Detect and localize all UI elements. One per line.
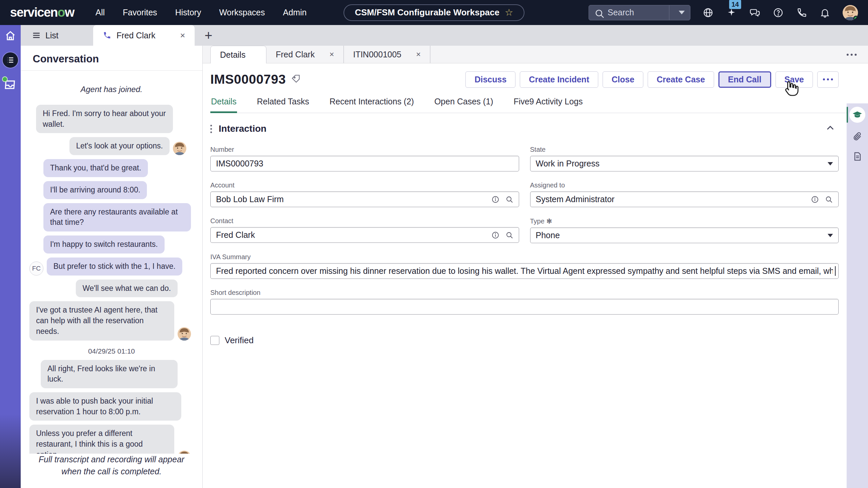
chat-bubble: I've got a trustee AI agent here, that c…: [29, 301, 174, 340]
state-label: State: [530, 146, 839, 154]
phone-icon[interactable]: [796, 7, 807, 18]
inbox-icon[interactable]: [4, 78, 17, 92]
iva-summary-input[interactable]: Fred reported concern over missing his d…: [210, 263, 839, 279]
interaction-form: Number IMS0000793 State Work in Progress…: [210, 146, 839, 315]
nav-item-all[interactable]: All: [95, 8, 105, 18]
tab-fred-clark[interactable]: Fred Clark ×: [93, 25, 195, 46]
short-description-input[interactable]: [210, 299, 839, 315]
short-description-text[interactable]: [216, 299, 833, 314]
create-incident-button[interactable]: Create Incident: [520, 71, 598, 88]
account-input[interactable]: Bob Lob Law Firm: [210, 192, 519, 207]
favorite-star-icon[interactable]: ☆: [505, 7, 513, 18]
document-tab-itin0001005[interactable]: ITIN0001005×: [344, 46, 431, 63]
search-placeholder: Search: [608, 8, 634, 18]
chat-bubble: I was able to push back your initial res…: [29, 392, 181, 421]
document-tab-label: Fred Clark: [276, 50, 315, 59]
nav-item-history[interactable]: History: [175, 8, 201, 18]
message-row: I was able to push back your initial res…: [29, 392, 181, 421]
state-select[interactable]: Work in Progress: [530, 156, 839, 171]
more-actions-button[interactable]: [817, 71, 839, 88]
verified-checkbox[interactable]: [210, 336, 219, 345]
menu-list-button[interactable]: [2, 52, 19, 68]
subtab-details[interactable]: Details: [210, 92, 237, 113]
chat-bubble: Let's look at your options.: [69, 137, 169, 155]
subtab-open-cases-1[interactable]: Open Cases (1): [434, 92, 494, 113]
field-number: Number IMS0000793: [210, 146, 519, 171]
left-rail: [0, 25, 21, 488]
pinned-items-icon[interactable]: 14: [726, 7, 737, 18]
nav-item-workspaces[interactable]: Workspaces: [219, 8, 265, 18]
type-label: Type✻: [530, 217, 839, 225]
tab-fred-clark-label: Fred Clark: [117, 31, 156, 40]
contact-label: Contact: [210, 217, 519, 225]
close-button[interactable]: Close: [602, 71, 643, 88]
close-tab-icon[interactable]: ×: [416, 50, 421, 59]
assigned-to-label: Assigned to: [530, 182, 839, 189]
attachments-button[interactable]: [852, 131, 862, 143]
kebab-menu-icon[interactable]: [210, 125, 212, 133]
nav-item-admin[interactable]: Admin: [283, 8, 307, 18]
chat-bubble: But prefer to stick with the 1, I have.: [47, 258, 182, 275]
conversation-panel: Conversation Agent has joined.Hi Fred. I…: [21, 46, 203, 488]
field-account: Account Bob Lob Law Firm: [210, 182, 519, 207]
chat-icon[interactable]: [749, 7, 761, 18]
discuss-button[interactable]: Discuss: [465, 71, 516, 88]
tab-overflow-button[interactable]: [847, 46, 857, 63]
field-assigned-to: Assigned to System Administrator: [530, 182, 839, 207]
document-tab-fred-clark[interactable]: Fred Clark×: [267, 46, 344, 63]
text-cursor: [835, 266, 836, 276]
notifications-bell-icon[interactable]: [819, 7, 831, 18]
message-row: Hi Fred. I'm sorry to hear about your wa…: [36, 105, 173, 133]
nav-item-favorites[interactable]: Favorites: [123, 8, 157, 18]
subtab-five9-activity-logs[interactable]: Five9 Activity Logs: [513, 92, 583, 113]
message-row: I've got a trustee AI agent here, that c…: [29, 301, 191, 340]
record-subtabs: DetailsRelated TasksRecent Interactions …: [210, 92, 847, 113]
workspace-pill[interactable]: CSM/FSM Configurable Workspace ☆: [344, 4, 524, 21]
globe-icon[interactable]: [703, 7, 714, 18]
type-select[interactable]: Phone: [530, 227, 839, 243]
agent-assist-button[interactable]: [849, 107, 865, 123]
short-description-label: Short description: [210, 289, 839, 296]
info-icon[interactable]: [491, 231, 499, 239]
chat-bubble: We'll see what we can do.: [76, 280, 178, 297]
info-icon[interactable]: [491, 195, 499, 203]
new-tab-button[interactable]: +: [205, 29, 212, 42]
top-header: servicenow AllFavoritesHistoryWorkspaces…: [0, 0, 868, 25]
lookup-icon[interactable]: [505, 195, 514, 203]
end-call-button[interactable]: End Call: [718, 71, 771, 88]
subtab-recent-interactions-2[interactable]: Recent Interactions (2): [329, 92, 415, 113]
contact-input[interactable]: Fred Clark: [210, 227, 519, 243]
help-icon[interactable]: [773, 7, 784, 18]
lookup-icon[interactable]: [505, 231, 514, 239]
tag-icon[interactable]: [291, 74, 301, 85]
search-dropdown-icon[interactable]: [679, 11, 685, 14]
message-row: I'll be arriving around 8:00.: [43, 181, 147, 199]
info-icon[interactable]: [811, 195, 819, 203]
number-input[interactable]: IMS0000793: [210, 156, 519, 171]
inbox-available-dot: [2, 76, 8, 82]
ellipsis-icon: [847, 54, 857, 56]
close-tab-icon[interactable]: ×: [180, 30, 185, 41]
document-tab-details[interactable]: Details: [210, 46, 267, 63]
home-icon[interactable]: [4, 30, 17, 43]
assigned-to-input[interactable]: System Administrator: [530, 192, 839, 207]
lookup-icon[interactable]: [825, 195, 833, 203]
servicenow-logo[interactable]: servicenow: [10, 5, 74, 20]
collapse-section-icon[interactable]: [825, 123, 835, 134]
document-tab-label: Details: [220, 50, 245, 60]
workspace-tabstrip: List Fred Clark × +: [21, 25, 868, 46]
tab-list[interactable]: List: [21, 25, 70, 46]
chat-bubble: Thank you, that'd be great.: [43, 159, 148, 177]
field-short-description: Short description: [210, 289, 839, 315]
create-case-button[interactable]: Create Case: [648, 71, 714, 88]
timestamp: 04/29/25 01:10: [88, 347, 135, 355]
message-row: Thank you, that'd be great.: [43, 159, 148, 177]
conversation-title: Conversation: [21, 46, 202, 71]
subtab-related-tasks[interactable]: Related Tasks: [256, 92, 310, 113]
chat-bubble: Unless you prefer a different restaurant…: [29, 425, 174, 454]
user-avatar[interactable]: [843, 5, 858, 20]
notes-button[interactable]: [852, 152, 862, 163]
close-tab-icon[interactable]: ×: [330, 50, 334, 59]
global-search[interactable]: Search: [589, 5, 690, 20]
message-row: We'll see what we can do.: [76, 280, 178, 297]
